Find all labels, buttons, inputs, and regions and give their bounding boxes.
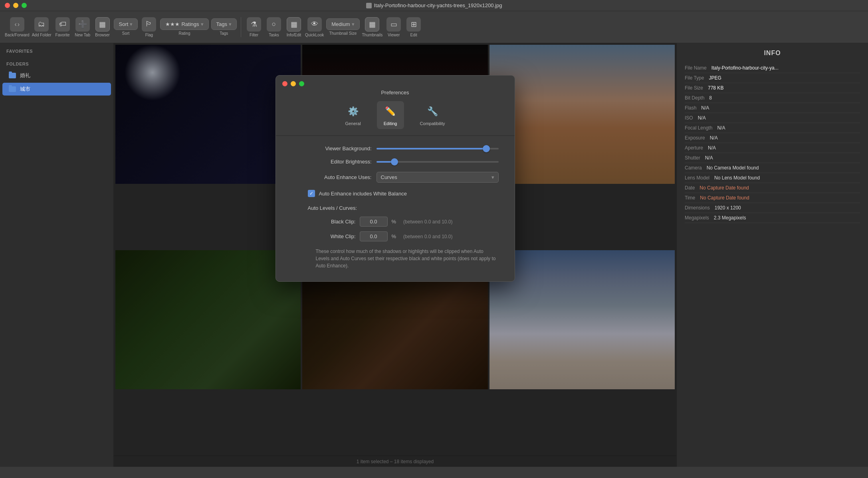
favorite-icon: 🏷 [55,17,70,32]
black-clip-row: Black Clip: % (between 0.0 and 10.0) [316,217,499,227]
ratings-label: Rating [179,31,190,36]
sort-dropdown[interactable]: Sort Sort [114,18,138,36]
editor-brightness-slider[interactable] [377,161,499,163]
sidebar-item-label-city: 城市 [20,86,30,93]
modal-traffic-lights[interactable] [276,76,515,86]
info-value-iso: N/A [698,115,860,121]
info-row-shutter: Shutter N/A [685,153,860,163]
info-label-time: Time [685,195,695,201]
info-label-shutter: Shutter [685,155,700,161]
browser-label: Browser [95,33,110,37]
sort-label: Sort [122,31,129,36]
thumbnails-button[interactable]: ▦ Thumbnails [362,17,383,37]
modal-fullscreen-button[interactable] [299,81,304,86]
info-row-filetype: File Type JPEG [685,73,860,83]
white-clip-label: White Clip: [316,233,356,239]
white-clip-unit: % [392,233,396,239]
ratings-chevron-icon [201,21,204,27]
favorites-header: FAVORITES [0,43,113,56]
info-label-megapixels: Megapixels [685,215,709,221]
folder-icon [9,73,16,78]
viewer-button[interactable]: ▭ Viewer [385,17,402,37]
ratings-button[interactable]: ★★★ Ratings [160,18,208,30]
info-label-camera: Camera [685,165,702,171]
tags-dropdown[interactable]: Tags Tags [211,18,237,36]
tags-button[interactable]: Tags [211,18,237,30]
auto-enhance-uses-select[interactable]: Curves [377,172,499,183]
minimize-button[interactable] [13,3,18,8]
viewer-background-slider[interactable] [377,148,499,149]
tags-chevron-icon [229,21,232,27]
filter-button[interactable]: ⚗ Filter [245,17,263,37]
back-forward-icon: ‹ › [10,17,24,32]
viewer-background-thumb[interactable] [483,145,490,152]
info-label-exposure: Exposure [685,135,705,141]
filter-icon: ⚗ [247,17,261,32]
info-value-focallength: N/A [717,125,860,131]
browser-icon: ▦ [95,17,110,32]
info-edit-button[interactable]: ▦ Info/Edit [285,17,303,37]
info-value-bitdepth: 8 [709,95,860,101]
sidebar-item-city[interactable]: 城市 [2,83,111,96]
thumbnail-size-dropdown[interactable]: Medium Thumbnail Size [326,18,359,36]
editor-brightness-thumb[interactable] [391,158,398,165]
flag-button[interactable]: 🏳 Flag [140,17,158,37]
modal-minimize-button[interactable] [291,81,296,86]
viewer-icon: ▭ [386,17,401,32]
auto-enhance-uses-label: Auto Enhance Uses: [292,174,372,180]
tasks-label: Tasks [269,33,279,37]
info-row-time: Time No Capture Date found [685,193,860,203]
sidebar-item-wedding[interactable]: 婚礼 [2,69,111,82]
compatibility-icon: 🔧 [425,104,440,119]
info-value-exposure: N/A [710,135,860,141]
flag-label: Flag [145,33,153,37]
add-folder-button[interactable]: 🗂 Add Folder [32,17,52,37]
info-row-camera: Camera No Camera Model found [685,163,860,173]
info-row-bitdepth: Bit Depth 8 [685,93,860,103]
modal-close-button[interactable] [282,81,287,86]
tasks-button[interactable]: ○ Tasks [265,17,283,37]
black-clip-input[interactable] [360,217,388,227]
main-layout: FAVORITES FOLDERS 婚礼 城市 [0,43,868,467]
info-label-focallength: Focal Length [685,125,712,131]
info-value-time: No Capture Date found [700,195,860,201]
info-value-date: No Capture Date found [700,185,860,191]
back-forward-button[interactable]: ‹ › Back/Forward [5,17,30,37]
info-row-flash: Flash N/A [685,103,860,113]
file-icon [366,3,372,8]
new-tab-button[interactable]: ➕ New Tab [74,17,91,37]
close-button[interactable] [5,3,10,8]
fullscreen-button[interactable] [22,3,27,8]
edit-button[interactable]: ⊞ Edit [405,17,422,37]
tab-general[interactable]: ⚙️ General [339,101,367,129]
tab-compatibility-label: Compatibility [420,121,445,126]
ratings-dropdown[interactable]: ★★★ Ratings Rating [160,18,208,36]
info-row-date: Date No Capture Date found [685,183,860,193]
auto-enhance-wb-row: ✓ Auto Enhance includes White Balance [308,190,499,197]
info-value-filetype: JPEG [709,75,860,81]
browser-button[interactable]: ▦ Browser [94,17,111,37]
black-clip-range: (between 0.0 and 10.0) [403,219,452,225]
window-traffic-lights[interactable] [5,3,27,8]
sidebar-item-label-wedding: 婚礼 [20,72,30,79]
info-label-lensmodel: Lens Model [685,175,709,181]
quicklook-button[interactable]: 👁 QuickLook [305,17,324,37]
white-clip-input[interactable] [360,231,388,241]
toolbar-separator [241,17,241,37]
info-row-focallength: Focal Length N/A [685,123,860,133]
thumbnail-size-button[interactable]: Medium [326,18,359,30]
tab-compatibility[interactable]: 🔧 Compatibility [414,101,452,129]
new-tab-icon: ➕ [75,17,90,32]
tab-editing[interactable]: ✏️ Editing [377,101,404,129]
info-value-flash: N/A [701,105,860,111]
auto-enhance-wb-checkbox[interactable]: ✓ [308,190,315,197]
favorite-button[interactable]: 🏷 Favorite [54,17,71,37]
info-label-filename: File Name [685,65,707,71]
sort-button[interactable]: Sort [114,18,138,30]
quicklook-label: QuickLook [305,33,324,37]
auto-enhance-uses-row: Auto Enhance Uses: Curves [292,172,499,183]
editor-brightness-row: Editor Brightness: [292,159,499,165]
info-label-aperture: Aperture [685,145,703,151]
info-row-filesize: File Size 778 KB [685,83,860,93]
info-label-dimensions: Dimensions [685,205,710,211]
